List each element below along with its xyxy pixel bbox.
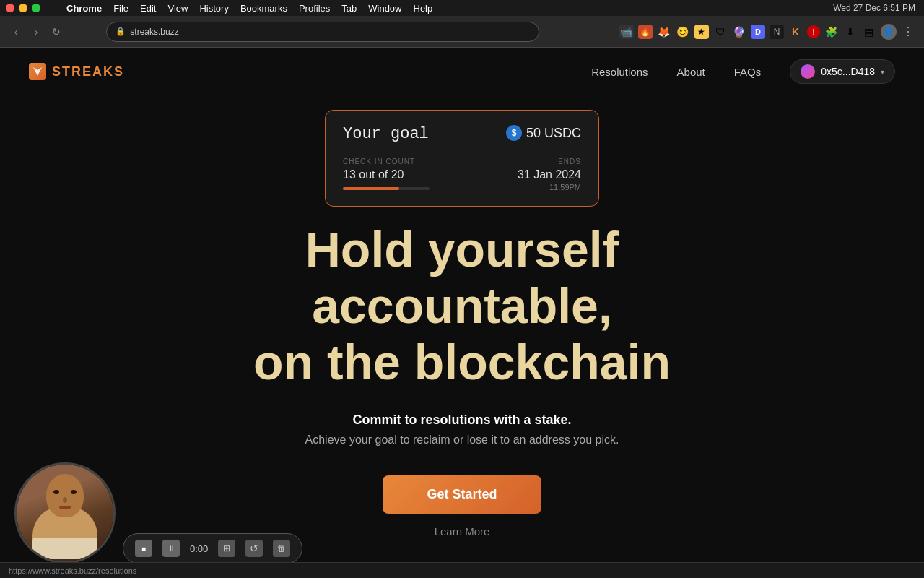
checkin-value: 13 out of 20: [343, 168, 430, 181]
webcam-overlay: [14, 462, 116, 564]
usdc-icon: $: [506, 125, 522, 141]
progress-fill: [343, 187, 399, 190]
wallet-avatar: [801, 64, 815, 79]
extension-icon-1[interactable]: 🔥: [638, 25, 653, 39]
stop-icon: ■: [141, 545, 146, 553]
logo-icon: [29, 63, 46, 80]
hero-subtext: Commit to resolutions with a stake.: [352, 413, 571, 428]
wallet-button[interactable]: 0x5c...D418 ▾: [790, 59, 895, 84]
system-tray: Wed 27 Dec 6:51 PM: [833, 3, 918, 13]
titlebar: Chrome File Edit View History Bookmarks …: [0, 0, 924, 16]
minimize-button[interactable]: [19, 4, 27, 12]
close-button[interactable]: [6, 4, 14, 12]
traffic-lights: [6, 4, 40, 12]
refresh-button[interactable]: ↻: [49, 25, 64, 39]
extension-icon-6[interactable]: 🔮: [732, 25, 746, 39]
wallet-address: 0x5c...D418: [821, 66, 875, 77]
extension-icon-3[interactable]: 😊: [676, 25, 690, 39]
extensions-button[interactable]: 🧩: [824, 25, 839, 39]
browser-toolbar: 📹 🔥 🦊 😊 ★ 🛡 🔮 D N K ! 🧩 ⬇ ▤ 👤 ⋮: [619, 24, 915, 40]
ends-date: 31 Jan 2024: [518, 168, 581, 181]
extension-icon-5[interactable]: 🛡: [713, 25, 728, 39]
checkin-label: CHECK IN COUNT: [343, 158, 430, 165]
menu-chrome[interactable]: Chrome: [61, 3, 108, 14]
checkin-stat: CHECK IN COUNT 13 out of 20: [343, 158, 430, 191]
goal-title: Your goal: [343, 125, 429, 143]
hero-subtext2: Achieve your goal to reclaim or lose it …: [305, 434, 619, 447]
delete-recording-button[interactable]: 🗑: [273, 540, 290, 557]
menu-edit[interactable]: Edit: [134, 3, 162, 14]
nav-faqs[interactable]: FAQs: [734, 66, 762, 78]
status-url: https://www.streaks.buzz/resolutions: [9, 566, 136, 575]
menu-view[interactable]: View: [162, 3, 193, 14]
clock: Wed 27 Dec 6:51 PM: [833, 3, 915, 13]
usdc-amount: 50 USDC: [526, 126, 581, 141]
progress-bar: [343, 187, 430, 190]
menu-history[interactable]: History: [193, 3, 234, 14]
menu-tab[interactable]: Tab: [336, 3, 362, 14]
webcam-feed: [17, 465, 113, 561]
menu-file[interactable]: File: [108, 3, 134, 14]
grid-button[interactable]: ⊞: [218, 540, 235, 557]
usdc-badge: $ 50 USDC: [506, 125, 581, 141]
goal-stats: CHECK IN COUNT 13 out of 20 ENDS 31 Jan …: [343, 158, 581, 191]
sidebar-icon[interactable]: ▤: [862, 25, 876, 39]
browser-chrome: ‹ › ↻ 🔒 streaks.buzz 📹 🔥 🦊 😊 ★ 🛡 🔮 D N K…: [0, 16, 924, 48]
recording-time: 0:00: [190, 543, 208, 554]
extension-icon-2[interactable]: 🦊: [657, 25, 671, 39]
ends-stat: ENDS 31 Jan 2024 11:59PM: [518, 158, 581, 191]
extension-icon-7[interactable]: D: [751, 25, 765, 39]
website: STREAKS Resolutions About FAQs 0x5c...D4…: [0, 48, 924, 578]
forward-button[interactable]: ›: [29, 25, 43, 39]
ends-time: 11:59PM: [518, 183, 581, 191]
goal-card-header: Your goal $ 50 USDC: [343, 125, 581, 143]
more-icon[interactable]: ⋮: [901, 25, 915, 39]
pause-icon: ⏸: [167, 544, 175, 553]
menu-window[interactable]: Window: [362, 3, 407, 14]
nav-resolutions[interactable]: Resolutions: [591, 66, 648, 78]
extension-icon-10[interactable]: !: [807, 25, 820, 38]
back-button[interactable]: ‹: [9, 25, 23, 39]
nav-about[interactable]: About: [677, 66, 705, 78]
learn-more-link[interactable]: Learn More: [435, 525, 490, 538]
hero-section: Your goal $ 50 USDC CHECK IN COUNT 13 ou…: [0, 95, 924, 538]
headline-line1: Hold yourself accountable,: [305, 222, 619, 333]
menu-bar: Chrome File Edit View History Bookmarks …: [61, 3, 438, 14]
nav-links: Resolutions About FAQs: [591, 66, 761, 78]
status-bar: https://www.streaks.buzz/resolutions: [0, 562, 924, 578]
hero-headline: Hold yourself accountable, on the blockc…: [173, 221, 751, 391]
headline-line2: on the blockchain: [253, 335, 671, 389]
menu-bookmarks[interactable]: Bookmarks: [235, 3, 293, 14]
logo[interactable]: STREAKS: [29, 63, 124, 80]
refresh-icon: ↺: [250, 543, 258, 554]
download-icon[interactable]: ⬇: [843, 25, 858, 39]
site-nav: STREAKS Resolutions About FAQs 0x5c...D4…: [0, 48, 924, 95]
url-text: streaks.buzz: [130, 27, 178, 37]
menu-help[interactable]: Help: [408, 3, 439, 14]
screencapture-icon[interactable]: 📹: [619, 25, 634, 39]
extension-icon-4[interactable]: ★: [694, 25, 709, 39]
address-bar[interactable]: 🔒 streaks.buzz: [106, 22, 539, 42]
logo-text: STREAKS: [52, 64, 124, 79]
maximize-button[interactable]: [32, 4, 40, 12]
pause-button[interactable]: ⏸: [162, 540, 180, 557]
extension-icon-9[interactable]: K: [788, 25, 803, 39]
get-started-button[interactable]: Get Started: [383, 475, 541, 514]
stop-button[interactable]: ■: [135, 540, 152, 557]
ends-label: ENDS: [518, 158, 581, 165]
goal-card: Your goal $ 50 USDC CHECK IN COUNT 13 ou…: [325, 110, 599, 207]
grid-icon: ⊞: [223, 543, 230, 553]
chevron-down-icon: ▾: [881, 68, 884, 76]
delete-icon: 🗑: [277, 543, 286, 553]
menu-profiles[interactable]: Profiles: [293, 3, 336, 14]
profile-icon[interactable]: 👤: [881, 24, 897, 40]
extension-icon-8[interactable]: N: [770, 25, 784, 39]
lock-icon: 🔒: [116, 27, 126, 36]
recording-controls: ■ ⏸ 0:00 ⊞ ↺ 🗑: [123, 533, 302, 564]
refresh-recording-button[interactable]: ↺: [245, 540, 263, 557]
